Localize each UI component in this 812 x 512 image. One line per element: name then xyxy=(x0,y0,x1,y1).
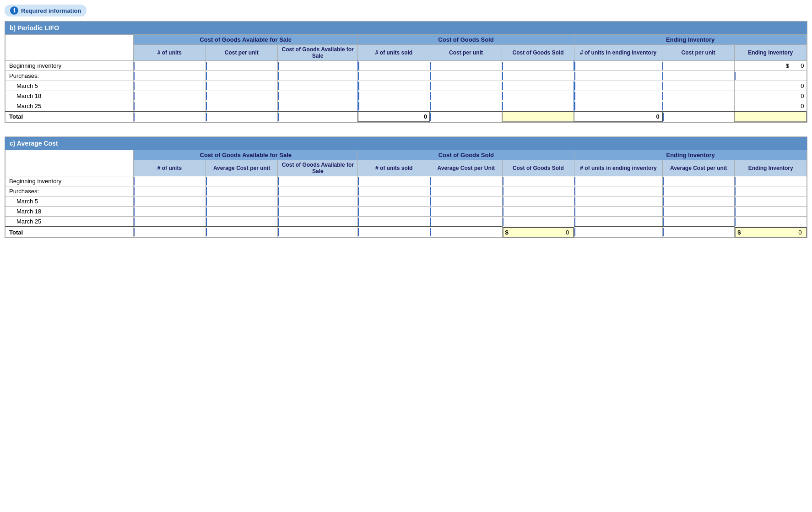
c-m5-avg-cost3[interactable] xyxy=(663,197,735,206)
b-beg-units-sold[interactable] xyxy=(358,61,430,71)
c-m25-avg-cost[interactable] xyxy=(206,218,278,226)
b-beg-units[interactable] xyxy=(134,61,206,71)
c-m25-ending[interactable] xyxy=(735,218,807,226)
b-m5-units-sold[interactable] xyxy=(358,82,430,90)
c-m18-cogs-avail[interactable] xyxy=(278,207,357,216)
b-m5-cogs-sold[interactable] xyxy=(502,82,574,90)
b-beg-cost-unit-input[interactable] xyxy=(206,62,278,70)
b-m25-units-end[interactable] xyxy=(574,102,662,110)
c-m5-units-end[interactable] xyxy=(574,197,662,206)
c-tot-avg-cost3[interactable] xyxy=(663,228,735,236)
c-tot-units-sold[interactable] xyxy=(358,228,430,236)
b-m18-cogs-avail[interactable] xyxy=(278,92,357,100)
b-pur-cogs-avail[interactable] xyxy=(278,72,357,80)
c-m25-cogs-avail[interactable] xyxy=(278,218,357,226)
b-pur-cost-unit3[interactable] xyxy=(662,72,734,80)
b-tot-ending-yellow[interactable] xyxy=(734,111,807,122)
c-m5-avg-cost[interactable] xyxy=(206,197,278,206)
b-m5-cost-unit[interactable] xyxy=(206,82,278,90)
c-m18-avg-cost2[interactable] xyxy=(430,207,502,216)
b-m5-cost-unit3[interactable] xyxy=(662,82,734,90)
c-beg-ending[interactable] xyxy=(735,177,807,185)
c-pur-cogs-avail[interactable] xyxy=(278,187,357,196)
c-tot-units[interactable] xyxy=(134,228,206,236)
b-pur-cost-unit[interactable] xyxy=(206,72,278,80)
c-pur-avg-cost[interactable] xyxy=(206,187,278,196)
b-m25-cost-unit3[interactable] xyxy=(662,102,734,110)
b-m5-units[interactable] xyxy=(134,82,206,90)
c-m18-units-end[interactable] xyxy=(574,207,662,216)
c-beg-units-end[interactable] xyxy=(574,177,662,185)
b-beg-cost-unit3[interactable] xyxy=(662,61,735,71)
b-m18-cost-unit2[interactable] xyxy=(430,92,502,100)
b-tot-cost-unit3[interactable] xyxy=(663,113,734,121)
b-m5-cost-unit2[interactable] xyxy=(430,82,502,90)
b-beg-units-input[interactable] xyxy=(134,62,206,70)
c-tot-avg-cost2[interactable] xyxy=(430,228,502,236)
c-m5-ending[interactable] xyxy=(735,197,807,206)
b-pur-ending[interactable] xyxy=(735,72,807,80)
c-m25-avg-cost2[interactable] xyxy=(430,218,502,226)
c-m18-avg-cost[interactable] xyxy=(206,207,278,216)
b-beg-units-end-input[interactable] xyxy=(574,62,662,70)
b-m18-cost-unit[interactable] xyxy=(206,92,278,100)
b-tot-cogs-avail[interactable] xyxy=(278,113,357,121)
b-tot-cogs-sold-input[interactable] xyxy=(505,113,572,120)
b-beg-cost-unit2-input[interactable] xyxy=(430,62,502,70)
c-pur-units[interactable] xyxy=(134,187,206,196)
b-beg-cost-unit[interactable] xyxy=(206,61,278,71)
c-pur-ending[interactable] xyxy=(735,187,807,196)
c-beg-cogs-sold[interactable] xyxy=(503,177,574,185)
b-tot-units[interactable] xyxy=(134,113,206,121)
c-m25-cogs-sold[interactable] xyxy=(503,218,574,226)
b-m25-cogs-avail[interactable] xyxy=(278,102,357,110)
c-beg-avg-cost3[interactable] xyxy=(663,177,735,185)
c-tot-cogs-val[interactable] xyxy=(510,229,569,236)
c-pur-avg-cost2[interactable] xyxy=(430,187,502,196)
b-pur-cost-unit2[interactable] xyxy=(430,72,502,80)
c-pur-units-end[interactable] xyxy=(574,187,662,196)
c-m5-cogs-sold[interactable] xyxy=(503,197,574,206)
c-m25-units[interactable] xyxy=(134,218,206,226)
b-pur-units-end[interactable] xyxy=(574,72,662,80)
b-beg-cogs-avail[interactable] xyxy=(278,61,358,71)
c-m5-units[interactable] xyxy=(134,197,206,206)
c-pur-units-sold[interactable] xyxy=(358,187,430,196)
c-beg-avg-cost2[interactable] xyxy=(430,177,502,185)
c-tot-avg-cost[interactable] xyxy=(206,228,278,236)
c-m5-units-sold[interactable] xyxy=(358,197,430,206)
b-pur-cogs-sold[interactable] xyxy=(502,72,574,80)
b-m25-cost-unit2[interactable] xyxy=(430,102,502,110)
b-beg-cogs-sold[interactable] xyxy=(502,61,574,71)
b-m5-cogs-avail[interactable] xyxy=(278,82,357,90)
c-tot-units-end[interactable] xyxy=(574,228,662,236)
c-tot-ending-yellow[interactable]: $ xyxy=(735,227,807,238)
c-m18-cogs-sold[interactable] xyxy=(503,207,574,216)
c-m25-avg-cost3[interactable] xyxy=(663,218,735,226)
b-m5-units-end[interactable] xyxy=(574,82,662,90)
c-pur-avg-cost3[interactable] xyxy=(663,187,735,196)
c-m18-units[interactable] xyxy=(134,207,206,216)
b-m25-cost-unit[interactable] xyxy=(206,102,278,110)
c-m18-units-sold[interactable] xyxy=(358,207,430,216)
c-m25-units-end[interactable] xyxy=(574,218,662,226)
c-beg-cogs-avail[interactable] xyxy=(278,177,357,185)
c-beg-units[interactable] xyxy=(134,177,206,185)
b-beg-cost-unit3-input[interactable] xyxy=(662,62,734,70)
b-beg-cogs-sold-input[interactable] xyxy=(502,62,574,70)
b-tot-cogs-sold-yellow[interactable] xyxy=(502,111,574,122)
c-tot-cogs-sold-yellow[interactable]: $ xyxy=(503,227,574,238)
b-m25-units-sold[interactable] xyxy=(358,102,430,110)
b-m18-cost-unit3[interactable] xyxy=(662,92,734,100)
b-beg-cogs-avail-input[interactable] xyxy=(278,62,357,70)
c-m25-units-sold[interactable] xyxy=(358,218,430,226)
c-beg-avg-cost[interactable] xyxy=(206,177,278,185)
b-beg-units-sold-input[interactable] xyxy=(358,62,430,70)
c-tot-cogs-avail[interactable] xyxy=(278,228,357,236)
b-tot-cost-unit[interactable] xyxy=(206,113,278,121)
b-pur-units[interactable] xyxy=(134,72,206,80)
c-tot-ending-val[interactable] xyxy=(743,229,802,236)
b-m25-cogs-sold[interactable] xyxy=(502,102,574,110)
b-tot-cost-unit2[interactable] xyxy=(430,113,502,121)
b-beg-cost-unit2[interactable] xyxy=(430,61,502,71)
